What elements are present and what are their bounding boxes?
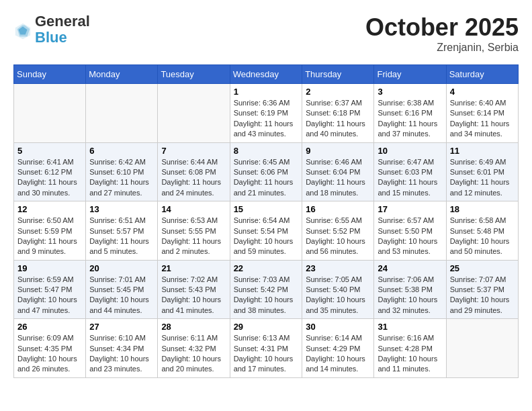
day-number: 30 (306, 322, 370, 332)
logo-text: General Blue (35, 13, 90, 46)
calendar-day-cell: 26Sunrise: 6:09 AM Sunset: 4:35 PM Dayli… (14, 319, 86, 378)
calendar-day-cell (14, 84, 86, 143)
calendar-day-cell: 22Sunrise: 7:03 AM Sunset: 5:42 PM Dayli… (230, 260, 302, 319)
day-info: Sunrise: 6:47 AM Sunset: 6:03 PM Dayligh… (378, 157, 442, 199)
calendar-day-cell: 7Sunrise: 6:44 AM Sunset: 6:08 PM Daylig… (158, 142, 230, 201)
calendar-day-cell: 6Sunrise: 6:42 AM Sunset: 6:10 PM Daylig… (86, 142, 158, 201)
day-number: 21 (161, 263, 226, 273)
calendar-table: SundayMondayTuesdayWednesdayThursdayFrid… (13, 64, 519, 378)
day-number: 12 (17, 204, 82, 214)
day-number: 14 (161, 204, 226, 214)
day-number: 9 (306, 146, 370, 156)
calendar-day-cell (158, 84, 230, 143)
day-info: Sunrise: 6:37 AM Sunset: 6:18 PM Dayligh… (306, 98, 370, 140)
calendar-day-cell: 17Sunrise: 6:57 AM Sunset: 5:50 PM Dayli… (374, 201, 446, 261)
day-info: Sunrise: 6:53 AM Sunset: 5:55 PM Dayligh… (161, 216, 226, 257)
day-number: 29 (234, 322, 299, 332)
day-info: Sunrise: 6:51 AM Sunset: 5:57 PM Dayligh… (89, 216, 154, 257)
calendar-day-cell: 28Sunrise: 6:11 AM Sunset: 4:32 PM Dayli… (158, 319, 230, 378)
weekday-header: Thursday (302, 65, 374, 84)
weekday-header: Sunday (14, 65, 86, 84)
day-number: 4 (450, 87, 515, 97)
title-block: October 2025 Zrenjanin, Serbia (365, 13, 519, 54)
day-number: 23 (306, 263, 370, 273)
calendar-day-cell: 8Sunrise: 6:45 AM Sunset: 6:06 PM Daylig… (230, 142, 302, 201)
calendar-day-cell: 31Sunrise: 6:16 AM Sunset: 4:28 PM Dayli… (374, 319, 446, 378)
calendar-day-cell: 30Sunrise: 6:14 AM Sunset: 4:29 PM Dayli… (302, 319, 374, 378)
day-info: Sunrise: 6:38 AM Sunset: 6:16 PM Dayligh… (378, 98, 442, 140)
calendar-day-cell: 14Sunrise: 6:53 AM Sunset: 5:55 PM Dayli… (158, 201, 230, 261)
day-info: Sunrise: 6:54 AM Sunset: 5:54 PM Dayligh… (234, 216, 299, 257)
day-number: 19 (17, 263, 82, 273)
calendar-week-row: 1Sunrise: 6:36 AM Sunset: 6:19 PM Daylig… (14, 84, 519, 143)
calendar-day-cell: 20Sunrise: 7:01 AM Sunset: 5:45 PM Dayli… (86, 260, 158, 319)
day-info: Sunrise: 6:58 AM Sunset: 5:48 PM Dayligh… (450, 216, 515, 257)
day-number: 13 (89, 204, 154, 214)
day-number: 5 (17, 146, 82, 156)
day-number: 8 (234, 146, 299, 156)
location: Zrenjanin, Serbia (365, 42, 519, 54)
day-info: Sunrise: 6:42 AM Sunset: 6:10 PM Dayligh… (89, 157, 154, 199)
day-number: 18 (450, 204, 515, 214)
day-info: Sunrise: 6:16 AM Sunset: 4:28 PM Dayligh… (378, 333, 442, 375)
calendar-day-cell (86, 84, 158, 143)
logo-blue: Blue (35, 30, 90, 46)
logo-icon (13, 21, 32, 40)
calendar-week-row: 19Sunrise: 6:59 AM Sunset: 5:47 PM Dayli… (14, 260, 519, 319)
day-info: Sunrise: 6:11 AM Sunset: 4:32 PM Dayligh… (161, 333, 226, 375)
day-number: 25 (450, 263, 515, 273)
calendar-day-cell: 15Sunrise: 6:54 AM Sunset: 5:54 PM Dayli… (230, 201, 302, 261)
day-info: Sunrise: 6:09 AM Sunset: 4:35 PM Dayligh… (17, 333, 82, 375)
day-info: Sunrise: 6:59 AM Sunset: 5:47 PM Dayligh… (17, 275, 82, 316)
calendar-day-cell: 25Sunrise: 7:07 AM Sunset: 5:37 PM Dayli… (446, 260, 518, 319)
day-info: Sunrise: 6:36 AM Sunset: 6:19 PM Dayligh… (234, 98, 299, 140)
calendar-day-cell: 21Sunrise: 7:02 AM Sunset: 5:43 PM Dayli… (158, 260, 230, 319)
weekday-header: Friday (374, 65, 446, 84)
day-number: 22 (234, 263, 299, 273)
calendar-day-cell (446, 319, 518, 378)
day-info: Sunrise: 7:06 AM Sunset: 5:38 PM Dayligh… (378, 275, 442, 316)
calendar-day-cell: 3Sunrise: 6:38 AM Sunset: 6:16 PM Daylig… (374, 84, 446, 143)
calendar-day-cell: 18Sunrise: 6:58 AM Sunset: 5:48 PM Dayli… (446, 201, 518, 261)
weekday-header: Saturday (446, 65, 518, 84)
day-info: Sunrise: 6:44 AM Sunset: 6:08 PM Dayligh… (161, 157, 226, 199)
day-info: Sunrise: 7:02 AM Sunset: 5:43 PM Dayligh… (161, 275, 226, 316)
day-number: 11 (450, 146, 515, 156)
day-info: Sunrise: 6:40 AM Sunset: 6:14 PM Dayligh… (450, 98, 515, 140)
day-info: Sunrise: 7:05 AM Sunset: 5:40 PM Dayligh… (306, 275, 370, 316)
calendar-day-cell: 24Sunrise: 7:06 AM Sunset: 5:38 PM Dayli… (374, 260, 446, 319)
weekday-header: Tuesday (158, 65, 230, 84)
logo-general: General (35, 13, 90, 30)
calendar-day-cell: 19Sunrise: 6:59 AM Sunset: 5:47 PM Dayli… (14, 260, 86, 319)
day-info: Sunrise: 6:49 AM Sunset: 6:01 PM Dayligh… (450, 157, 515, 199)
day-number: 20 (89, 263, 154, 273)
calendar-day-cell: 13Sunrise: 6:51 AM Sunset: 5:57 PM Dayli… (86, 201, 158, 261)
calendar-day-cell: 16Sunrise: 6:55 AM Sunset: 5:52 PM Dayli… (302, 201, 374, 261)
day-number: 17 (378, 204, 442, 214)
calendar-day-cell: 11Sunrise: 6:49 AM Sunset: 6:01 PM Dayli… (446, 142, 518, 201)
day-info: Sunrise: 7:01 AM Sunset: 5:45 PM Dayligh… (89, 275, 154, 316)
day-info: Sunrise: 6:46 AM Sunset: 6:04 PM Dayligh… (306, 157, 370, 199)
day-number: 1 (234, 87, 299, 97)
calendar-day-cell: 5Sunrise: 6:41 AM Sunset: 6:12 PM Daylig… (14, 142, 86, 201)
weekday-header: Wednesday (230, 65, 302, 84)
calendar-day-cell: 29Sunrise: 6:13 AM Sunset: 4:31 PM Dayli… (230, 319, 302, 378)
calendar-day-cell: 10Sunrise: 6:47 AM Sunset: 6:03 PM Dayli… (374, 142, 446, 201)
weekday-header: Monday (86, 65, 158, 84)
calendar-week-row: 12Sunrise: 6:50 AM Sunset: 5:59 PM Dayli… (14, 201, 519, 261)
calendar-day-cell: 1Sunrise: 6:36 AM Sunset: 6:19 PM Daylig… (230, 84, 302, 143)
day-info: Sunrise: 7:07 AM Sunset: 5:37 PM Dayligh… (450, 275, 515, 316)
day-number: 24 (378, 263, 442, 273)
day-number: 2 (306, 87, 370, 97)
calendar-day-cell: 23Sunrise: 7:05 AM Sunset: 5:40 PM Dayli… (302, 260, 374, 319)
day-number: 26 (17, 322, 82, 332)
calendar-header-row: SundayMondayTuesdayWednesdayThursdayFrid… (14, 65, 519, 84)
day-number: 31 (378, 322, 442, 332)
day-info: Sunrise: 6:50 AM Sunset: 5:59 PM Dayligh… (17, 216, 82, 257)
day-info: Sunrise: 6:10 AM Sunset: 4:34 PM Dayligh… (89, 333, 154, 375)
day-info: Sunrise: 6:55 AM Sunset: 5:52 PM Dayligh… (306, 216, 370, 257)
day-info: Sunrise: 7:03 AM Sunset: 5:42 PM Dayligh… (234, 275, 299, 316)
day-number: 15 (234, 204, 299, 214)
calendar-day-cell: 9Sunrise: 6:46 AM Sunset: 6:04 PM Daylig… (302, 142, 374, 201)
calendar-day-cell: 4Sunrise: 6:40 AM Sunset: 6:14 PM Daylig… (446, 84, 518, 143)
